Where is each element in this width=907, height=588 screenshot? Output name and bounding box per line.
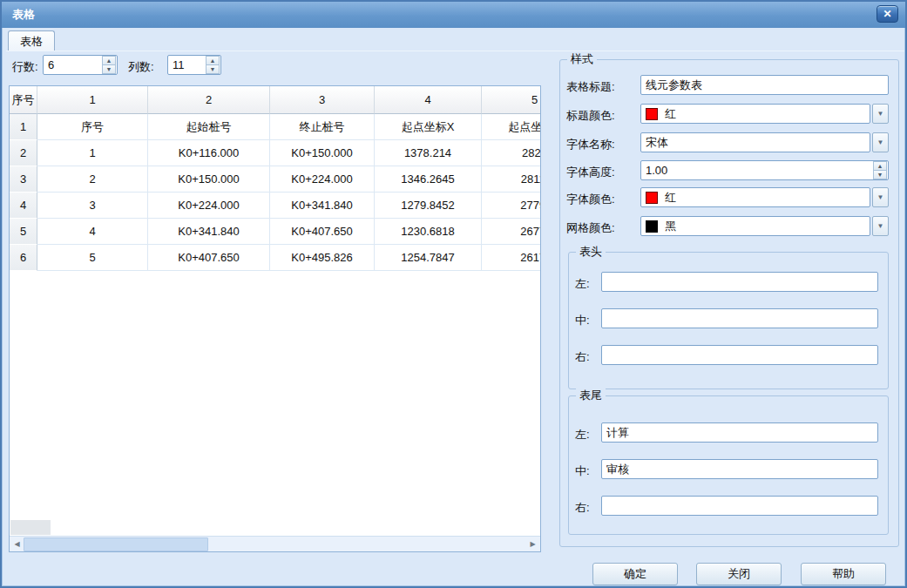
grid-column-header-3[interactable]: 3 — [270, 86, 375, 114]
grid-cell[interactable]: K0+224.000 — [270, 166, 375, 193]
tab-strip-divider — [6, 51, 904, 51]
grid-cell[interactable]: 1230.6818 — [375, 219, 482, 245]
grid-color-dropdown-button[interactable]: ▼ — [872, 216, 889, 236]
grid-cell[interactable]: 1346.2645 — [375, 166, 482, 193]
rows-count-spinner[interactable]: ▲ ▼ — [102, 56, 116, 74]
grid-cell[interactable]: 3 — [37, 193, 148, 219]
grid-cell[interactable]: 1378.214 — [375, 140, 482, 166]
grid-cell[interactable]: 2617. — [482, 245, 541, 271]
font-height-input[interactable] — [640, 160, 889, 180]
grid-row-header[interactable]: 3 — [10, 166, 37, 193]
grid-color-swatch — [646, 220, 658, 233]
grid-cell[interactable]: K0+116.000 — [148, 140, 270, 166]
table-title-input[interactable] — [640, 75, 889, 95]
close-dialog-button[interactable]: 关闭 — [696, 563, 782, 585]
grid-row-header[interactable]: 4 — [10, 193, 37, 219]
footer-center-input[interactable] — [601, 459, 878, 479]
header-center-input[interactable] — [601, 308, 878, 328]
grid-cell[interactable]: 起点坐标Y — [482, 114, 541, 140]
table-row: 4 3 K0+224.000 K0+341.840 1279.8452 2779… — [10, 193, 541, 219]
font-color-value: 红 — [665, 190, 676, 206]
cols-count-label: 列数: — [128, 59, 154, 75]
grid-cell[interactable]: 起始桩号 — [148, 114, 270, 140]
grid-cell[interactable]: K0+150.000 — [270, 140, 375, 166]
font-name-value: 宋体 — [646, 135, 668, 151]
table-header-group-title: 表头 — [576, 245, 606, 259]
table-row: 2 1 K0+116.000 K0+150.000 1378.214 2822 — [10, 140, 541, 166]
grid-cell[interactable]: 2811. — [482, 166, 541, 193]
grid-cell[interactable]: 4 — [37, 219, 148, 245]
scrollbar-thumb[interactable] — [24, 537, 208, 551]
grid-cell[interactable]: 5 — [37, 245, 148, 271]
title-color-field[interactable]: 红 — [640, 104, 870, 124]
grid-cell[interactable]: 1 — [37, 140, 148, 166]
font-name-dropdown-button[interactable]: ▼ — [872, 132, 889, 152]
grid-cell[interactable]: K0+224.000 — [148, 193, 270, 219]
chevron-down-icon: ▼ — [877, 110, 884, 118]
tab-table[interactable]: 表格 — [8, 30, 55, 51]
grid-cell[interactable]: K0+407.650 — [148, 245, 270, 271]
grid-row-header[interactable]: 5 — [10, 219, 37, 245]
grid-corner-header[interactable]: 序号 — [10, 86, 37, 114]
grid-row-header[interactable]: 2 — [10, 140, 37, 166]
grid-row-header[interactable]: 6 — [10, 245, 37, 271]
horizontal-scrollbar[interactable]: ◀ ▶ — [10, 536, 540, 551]
font-height-spinner[interactable]: ▲ ▼ — [873, 161, 887, 179]
grid-column-header-2[interactable]: 2 — [148, 86, 270, 114]
cols-count-spinner[interactable]: ▲ ▼ — [206, 56, 220, 74]
grid-cell[interactable]: K0+341.840 — [270, 193, 375, 219]
table-row: 6 5 K0+407.650 K0+495.826 1254.7847 2617… — [10, 245, 541, 271]
spin-down-button[interactable]: ▼ — [873, 171, 887, 179]
chevron-down-icon: ▼ — [877, 139, 884, 146]
grid-column-header-5[interactable]: 5 — [482, 86, 541, 114]
title-color-swatch — [646, 108, 658, 120]
spin-up-button[interactable]: ▲ — [206, 56, 220, 65]
footer-right-label: 右: — [575, 500, 590, 516]
grid-cell[interactable]: 序号 — [37, 114, 148, 140]
spin-down-button[interactable]: ▼ — [102, 65, 116, 74]
header-right-input[interactable] — [601, 345, 878, 365]
grid-cell[interactable]: 1254.7847 — [375, 245, 482, 271]
grid-cell[interactable]: K0+495.826 — [270, 245, 375, 271]
table-footer-group-title: 表尾 — [576, 389, 606, 402]
font-name-label: 字体名称: — [566, 137, 615, 152]
grid-column-header-4[interactable]: 4 — [375, 86, 482, 114]
title-color-dropdown-button[interactable]: ▼ — [872, 104, 889, 124]
grid-row-header[interactable]: 1 — [10, 114, 37, 140]
grid-cell[interactable]: 2 — [37, 166, 148, 193]
table-row: 1 序号 起始桩号 终止桩号 起点坐标X 起点坐标Y — [10, 114, 541, 140]
help-button[interactable]: 帮助 — [801, 563, 886, 585]
ok-button[interactable]: 确定 — [592, 563, 678, 585]
spin-up-button[interactable]: ▲ — [873, 161, 887, 171]
font-color-swatch — [646, 192, 658, 204]
grid-cell[interactable]: 2822 — [482, 140, 541, 166]
scroll-right-button[interactable]: ▶ — [526, 537, 539, 551]
font-color-dropdown-button[interactable]: ▼ — [872, 187, 889, 207]
grid-cell[interactable]: K0+150.000 — [148, 166, 270, 193]
font-name-field[interactable]: 宋体 — [640, 132, 870, 152]
header-left-input[interactable] — [601, 272, 878, 292]
grid-cell[interactable]: K0+407.650 — [270, 219, 375, 245]
rows-count-label: 行数: — [12, 59, 38, 75]
spin-down-button[interactable]: ▼ — [206, 65, 220, 74]
grid-cell[interactable]: K0+341.840 — [148, 219, 270, 245]
close-button[interactable]: ✕ — [877, 5, 898, 23]
scroll-left-button[interactable]: ◀ — [10, 537, 24, 551]
grid-cell[interactable]: 1279.8452 — [375, 193, 482, 219]
grid-cell[interactable]: 2677. — [482, 219, 541, 245]
grid-cell[interactable]: 终止桩号 — [270, 114, 375, 140]
chevron-up-icon: ▲ — [210, 57, 216, 64]
chevron-down-icon: ▼ — [106, 66, 112, 72]
chevron-down-icon: ▼ — [210, 66, 216, 72]
font-height-label: 字体高度: — [566, 165, 615, 180]
chevron-up-icon: ▲ — [877, 163, 883, 169]
spin-up-button[interactable]: ▲ — [102, 56, 116, 65]
footer-right-input[interactable] — [601, 496, 878, 516]
footer-center-label: 中: — [575, 463, 590, 479]
footer-left-input[interactable] — [601, 422, 878, 443]
grid-column-header-1[interactable]: 1 — [37, 86, 148, 114]
font-color-field[interactable]: 红 — [640, 187, 870, 207]
grid-color-field[interactable]: 黑 — [640, 216, 870, 236]
grid-cell[interactable]: 起点坐标X — [375, 114, 482, 140]
grid-cell[interactable]: 2779. — [482, 193, 541, 219]
